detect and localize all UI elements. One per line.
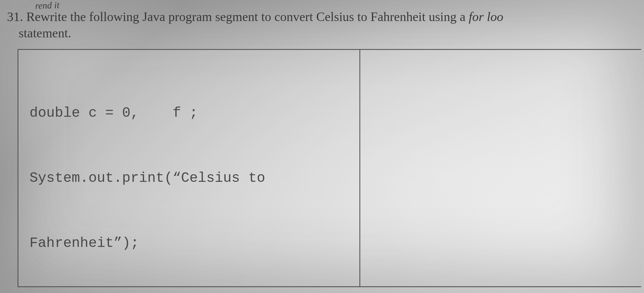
code-table: double c = 0, f ; System.out.print(“Cels… bbox=[18, 49, 641, 287]
code-line-print-end: Fahrenheit”); bbox=[30, 232, 351, 254]
question-text-main: Rewrite the following Java program segme… bbox=[23, 10, 469, 24]
question-number: 31. bbox=[7, 10, 23, 24]
code-cell-original: double c = 0, f ; System.out.print(“Cels… bbox=[18, 50, 360, 286]
java-code-block: double c = 0, f ; System.out.print(“Cels… bbox=[30, 59, 351, 293]
code-line-declaration: double c = 0, f ; bbox=[30, 102, 351, 124]
code-line-print-start: System.out.print(“Celsius to bbox=[30, 167, 351, 189]
question-emphasis-for-loop: for loo bbox=[469, 10, 503, 24]
question-prompt: 31. Rewrite the following Java program s… bbox=[7, 9, 644, 25]
question-statement-continuation: statement. bbox=[19, 26, 71, 41]
code-cell-answer-blank[interactable] bbox=[360, 50, 641, 286]
